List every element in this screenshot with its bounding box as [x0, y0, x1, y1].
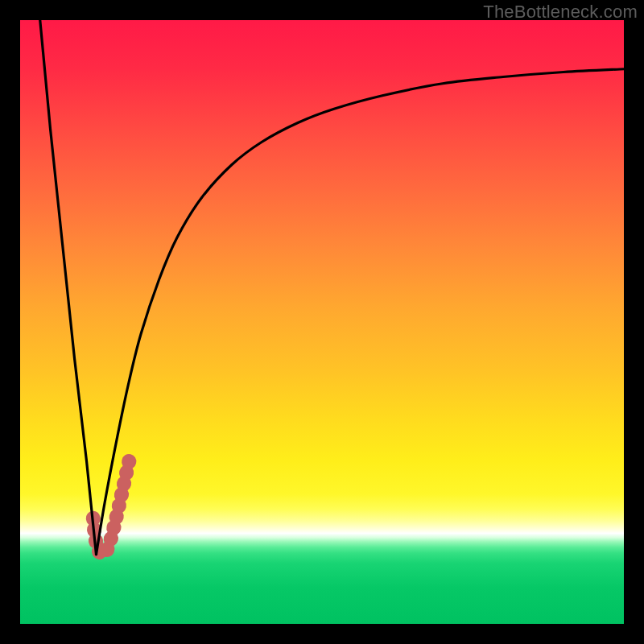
chart-curve-right [97, 69, 625, 555]
watermark-text: TheBottleneck.com [483, 2, 638, 23]
chart-curve-left [40, 20, 97, 555]
chart-plot-area [20, 20, 624, 624]
chart-frame: TheBottleneck.com [0, 0, 644, 644]
chart-svg [20, 20, 624, 624]
